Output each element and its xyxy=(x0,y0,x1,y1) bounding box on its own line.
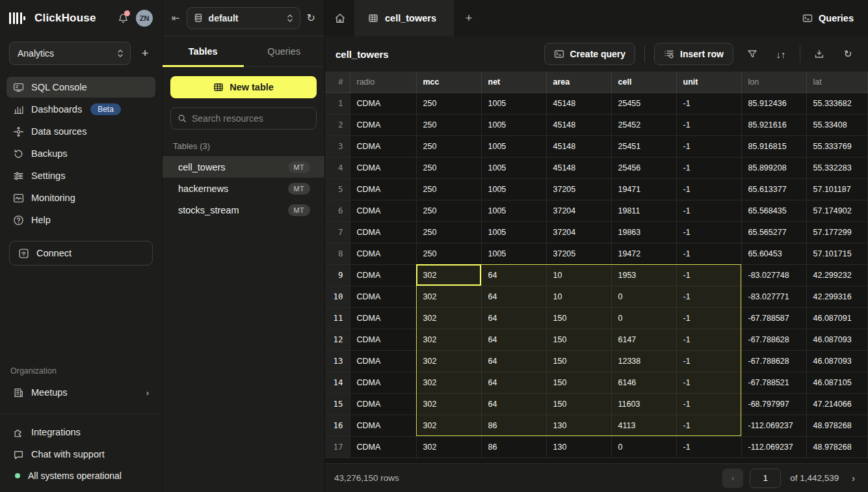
cell[interactable]: 10 xyxy=(546,286,611,307)
cell[interactable]: 302 xyxy=(416,307,481,329)
cell[interactable]: 150 xyxy=(546,393,611,415)
cell[interactable]: 1005 xyxy=(481,135,546,157)
cell[interactable]: 250 xyxy=(416,92,481,114)
cell[interactable]: 47.214066 xyxy=(806,393,868,415)
prev-page-button[interactable]: ‹ xyxy=(722,469,743,488)
notifications-bell-icon[interactable] xyxy=(115,10,131,26)
tab-cell-towers[interactable]: cell_towers xyxy=(355,0,454,36)
cell[interactable]: 46.087091 xyxy=(806,307,868,329)
cell[interactable]: 57.174902 xyxy=(806,200,868,221)
cell[interactable]: 25452 xyxy=(611,114,676,135)
sidebar-item-backups[interactable]: Backups xyxy=(7,143,155,164)
cell[interactable]: -1 xyxy=(676,114,741,135)
cell[interactable]: 150 xyxy=(546,307,611,329)
sidebar-item-chat-support[interactable]: Chat with support xyxy=(7,444,155,465)
cell[interactable]: 150 xyxy=(546,372,611,393)
cell[interactable]: 1005 xyxy=(481,221,546,243)
row-number[interactable]: 2 xyxy=(325,114,350,135)
cell[interactable]: -67.788521 xyxy=(741,372,806,393)
cell[interactable]: 55.33408 xyxy=(806,114,868,135)
cell[interactable]: 250 xyxy=(416,243,481,264)
column-header[interactable]: lat xyxy=(806,72,868,92)
cell[interactable]: CDMA xyxy=(350,200,416,221)
workspace-select[interactable]: Analytics xyxy=(9,42,131,65)
cell[interactable]: 86 xyxy=(481,415,546,436)
row-number[interactable]: 4 xyxy=(325,157,350,178)
cell[interactable]: 0 xyxy=(611,436,676,458)
cell[interactable]: -1 xyxy=(676,264,741,286)
cell[interactable]: 65.565277 xyxy=(741,221,806,243)
column-header[interactable]: lon xyxy=(741,72,806,92)
cell[interactable]: -112.069237 xyxy=(741,415,806,436)
cell[interactable]: 37204 xyxy=(546,200,611,221)
cell[interactable]: 250 xyxy=(416,178,481,200)
cell[interactable]: CDMA xyxy=(350,372,416,393)
cell[interactable]: 37204 xyxy=(546,221,611,243)
cell[interactable]: 6146 xyxy=(611,372,676,393)
cell[interactable]: 6147 xyxy=(611,329,676,350)
cell[interactable]: CDMA xyxy=(350,307,416,329)
cell[interactable]: 86 xyxy=(481,436,546,458)
cell[interactable]: 1005 xyxy=(481,157,546,178)
tab-tables[interactable]: Tables xyxy=(163,36,244,66)
new-table-button[interactable]: New table xyxy=(170,76,317,98)
row-number[interactable]: 3 xyxy=(325,135,350,157)
filter-button[interactable] xyxy=(743,44,762,64)
avatar[interactable]: ZN xyxy=(136,10,153,27)
cell[interactable]: -1 xyxy=(676,286,741,307)
row-number[interactable]: 10 xyxy=(325,286,350,307)
cell[interactable]: 130 xyxy=(546,436,611,458)
cell[interactable]: 19472 xyxy=(611,243,676,264)
cell[interactable]: 85.899208 xyxy=(741,157,806,178)
cell[interactable]: 55.333682 xyxy=(806,92,868,114)
sidebar-item-settings[interactable]: Settings xyxy=(7,165,155,186)
cell[interactable]: 64 xyxy=(481,350,546,372)
cell[interactable]: 302 xyxy=(416,264,481,286)
cell[interactable]: 150 xyxy=(546,329,611,350)
column-header[interactable]: # xyxy=(325,72,350,92)
cell[interactable]: 64 xyxy=(481,393,546,415)
row-number[interactable]: 9 xyxy=(325,264,350,286)
cell[interactable]: 25455 xyxy=(611,92,676,114)
cell[interactable]: -1 xyxy=(676,135,741,157)
cell[interactable]: CDMA xyxy=(350,393,416,415)
sidebar-item-dashboards[interactable]: Dashboards Beta xyxy=(7,99,155,120)
cell[interactable]: 250 xyxy=(416,135,481,157)
cell[interactable]: -1 xyxy=(676,157,741,178)
cell[interactable]: CDMA xyxy=(350,436,416,458)
cell[interactable]: 250 xyxy=(416,200,481,221)
cell[interactable]: 250 xyxy=(416,221,481,243)
cell[interactable]: CDMA xyxy=(350,135,416,157)
cell[interactable]: 46.087093 xyxy=(806,350,868,372)
add-workspace-button[interactable]: + xyxy=(137,46,153,61)
cell[interactable]: -1 xyxy=(676,350,741,372)
row-number[interactable]: 5 xyxy=(325,178,350,200)
row-number[interactable]: 7 xyxy=(325,221,350,243)
cell[interactable]: 250 xyxy=(416,157,481,178)
cell[interactable]: 37205 xyxy=(546,178,611,200)
cell[interactable]: 150 xyxy=(546,350,611,372)
cell[interactable]: -67.788628 xyxy=(741,329,806,350)
collapse-panel-icon[interactable]: ⇤ xyxy=(172,12,180,24)
cell[interactable]: 45148 xyxy=(546,114,611,135)
cell[interactable]: 1953 xyxy=(611,264,676,286)
cell[interactable]: 64 xyxy=(481,264,546,286)
cell[interactable]: -1 xyxy=(676,329,741,350)
search-input[interactable] xyxy=(192,113,309,124)
cell[interactable]: -1 xyxy=(676,415,741,436)
cell[interactable]: -112.069237 xyxy=(741,436,806,458)
row-number[interactable]: 13 xyxy=(325,350,350,372)
cell[interactable]: -83.027748 xyxy=(741,264,806,286)
cell[interactable]: CDMA xyxy=(350,350,416,372)
cell[interactable]: 302 xyxy=(416,436,481,458)
row-number[interactable]: 1 xyxy=(325,92,350,114)
cell[interactable]: CDMA xyxy=(350,114,416,135)
cell[interactable]: 19863 xyxy=(611,221,676,243)
cell[interactable]: 302 xyxy=(416,329,481,350)
cell[interactable]: 42.299316 xyxy=(806,286,868,307)
cell[interactable]: 11603 xyxy=(611,393,676,415)
cell[interactable]: -1 xyxy=(676,436,741,458)
cell[interactable]: 302 xyxy=(416,350,481,372)
row-number[interactable]: 12 xyxy=(325,329,350,350)
cell[interactable]: 57.101715 xyxy=(806,243,868,264)
